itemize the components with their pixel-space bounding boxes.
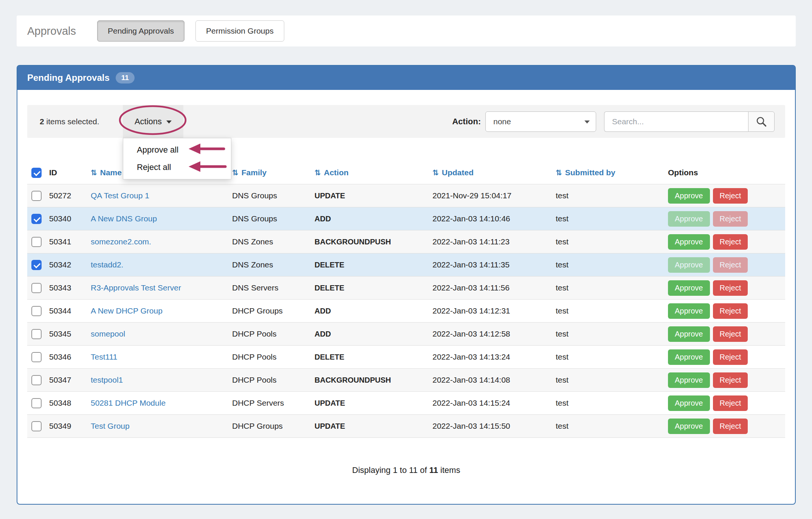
- approve-button[interactable]: Approve: [668, 349, 710, 365]
- record-name-link[interactable]: testpool1: [91, 375, 123, 384]
- column-header-action[interactable]: ⇅Action: [315, 168, 432, 177]
- row-checkbox[interactable]: [31, 375, 42, 385]
- cell-action: BACKGROUNDPUSH: [315, 376, 432, 385]
- cell-options: ApproveReject: [668, 257, 785, 273]
- reject-button[interactable]: Reject: [713, 303, 748, 319]
- actions-dropdown-button[interactable]: Actions: [123, 105, 183, 138]
- cell-name: A New DNS Group: [91, 214, 232, 223]
- cell-id: 50347: [49, 375, 91, 385]
- cell-updated: 2022-Jan-03 14:15:50: [432, 422, 556, 431]
- cell-family: DNS Zones: [232, 260, 315, 269]
- menu-item-approve-all[interactable]: Approve all: [123, 141, 231, 159]
- search-button[interactable]: [748, 111, 775, 132]
- record-name-link[interactable]: somepool: [91, 329, 125, 338]
- reject-button[interactable]: Reject: [713, 372, 748, 388]
- menu-item-reject-all[interactable]: Reject all: [123, 159, 231, 176]
- column-label-id: ID: [49, 168, 57, 177]
- row-checkbox[interactable]: [31, 306, 42, 316]
- cell-updated: 2022-Jan-03 14:11:56: [432, 283, 556, 292]
- column-header-updated[interactable]: ⇅Updated: [432, 168, 556, 177]
- search-input[interactable]: [604, 111, 748, 132]
- approve-button[interactable]: Approve: [668, 280, 710, 296]
- row-checkbox[interactable]: [31, 214, 42, 224]
- sort-icon: ⇅: [91, 168, 97, 177]
- column-header-id: ID: [49, 168, 91, 177]
- column-header-family[interactable]: ⇅Family: [232, 168, 315, 177]
- approve-button[interactable]: Approve: [668, 326, 710, 342]
- search-group: [604, 111, 775, 132]
- selected-count: 2: [40, 117, 44, 126]
- cell-select: [27, 398, 49, 408]
- row-checkbox[interactable]: [31, 398, 42, 408]
- cell-updated: 2022-Jan-03 14:12:31: [432, 306, 556, 315]
- approve-button[interactable]: Approve: [668, 188, 710, 204]
- record-name-link[interactable]: testadd2.: [91, 260, 123, 269]
- row-checkbox[interactable]: [31, 191, 42, 201]
- cell-options: ApproveReject: [668, 395, 785, 411]
- sort-icon: ⇅: [432, 168, 439, 177]
- row-checkbox[interactable]: [31, 237, 42, 247]
- reject-button[interactable]: Reject: [713, 280, 748, 296]
- approve-button[interactable]: Approve: [668, 234, 710, 250]
- record-name-link[interactable]: A New DHCP Group: [91, 306, 163, 315]
- panel-header: Pending Approvals 11: [17, 66, 795, 90]
- cell-name: A New DHCP Group: [91, 306, 232, 315]
- row-checkbox[interactable]: [31, 352, 42, 362]
- record-name-link[interactable]: 50281 DHCP Module: [91, 399, 166, 407]
- cell-options: ApproveReject: [668, 372, 785, 388]
- reject-button[interactable]: Reject: [713, 349, 748, 365]
- row-checkbox[interactable]: [31, 283, 42, 293]
- reject-button[interactable]: Reject: [713, 326, 748, 342]
- reject-button[interactable]: Reject: [713, 257, 748, 273]
- column-label-submitted_by: Submitted by: [565, 168, 615, 177]
- cell-family: DHCP Pools: [232, 329, 315, 338]
- cell-name: Test Group: [91, 422, 232, 431]
- record-name-link[interactable]: QA Test Group 1: [91, 191, 149, 200]
- row-checkbox[interactable]: [31, 421, 42, 431]
- pagination-suffix: items: [440, 465, 460, 475]
- table-row: 50344A New DHCP GroupDHCP GroupsADD2022-…: [27, 300, 785, 323]
- cell-family: DNS Servers: [232, 283, 315, 292]
- approve-button[interactable]: Approve: [668, 257, 710, 273]
- record-name-link[interactable]: Test111: [91, 352, 117, 361]
- column-header-submitted_by[interactable]: ⇅Submitted by: [556, 168, 668, 177]
- pending-approvals-panel: Pending Approvals 11 2 items selected. A…: [17, 65, 796, 505]
- tab-permission-groups[interactable]: Permission Groups: [195, 20, 284, 42]
- approve-button[interactable]: Approve: [668, 419, 710, 434]
- cell-select: [27, 260, 49, 270]
- panel-body: 2 items selected. Actions Action: none: [17, 105, 795, 475]
- approve-button[interactable]: Approve: [668, 395, 710, 411]
- reject-button[interactable]: Reject: [713, 188, 748, 204]
- cell-updated: 2022-Jan-03 14:13:24: [432, 352, 556, 361]
- record-name-link[interactable]: A New DNS Group: [91, 214, 157, 223]
- sort-icon: ⇅: [556, 168, 562, 177]
- cell-action: DELETE: [315, 353, 432, 361]
- column-label-action: Action: [324, 168, 349, 177]
- cell-options: ApproveReject: [668, 326, 785, 342]
- row-checkbox[interactable]: [31, 260, 42, 270]
- record-name-link[interactable]: R3-Approvals Test Server: [91, 283, 181, 292]
- approve-button[interactable]: Approve: [668, 211, 710, 227]
- select-all-checkbox[interactable]: [31, 168, 42, 178]
- cell-select: [27, 283, 49, 293]
- cell-submitted-by: test: [556, 375, 668, 385]
- cell-submitted-by: test: [556, 237, 668, 246]
- approve-button[interactable]: Approve: [668, 303, 710, 319]
- reject-button[interactable]: Reject: [713, 395, 748, 411]
- action-filter-select[interactable]: none: [485, 111, 596, 132]
- cell-name: somezone2.com.: [91, 237, 232, 246]
- cell-options: ApproveReject: [668, 349, 785, 365]
- reject-button[interactable]: Reject: [713, 234, 748, 250]
- record-name-link[interactable]: somezone2.com.: [91, 237, 151, 246]
- tab-pending-approvals[interactable]: Pending Approvals: [97, 20, 184, 42]
- record-name-link[interactable]: Test Group: [91, 422, 130, 430]
- approve-button[interactable]: Approve: [668, 372, 710, 388]
- cell-options: ApproveReject: [668, 280, 785, 296]
- row-checkbox[interactable]: [31, 329, 42, 339]
- cell-updated: 2022-Jan-03 14:11:23: [432, 237, 556, 246]
- search-icon: [756, 116, 767, 127]
- reject-button[interactable]: Reject: [713, 419, 748, 434]
- reject-button[interactable]: Reject: [713, 211, 748, 227]
- table-row: 50272QA Test Group 1DNS GroupsUPDATE2021…: [27, 184, 785, 207]
- table-row: 50347testpool1DHCP PoolsBACKGROUNDPUSH20…: [27, 369, 785, 392]
